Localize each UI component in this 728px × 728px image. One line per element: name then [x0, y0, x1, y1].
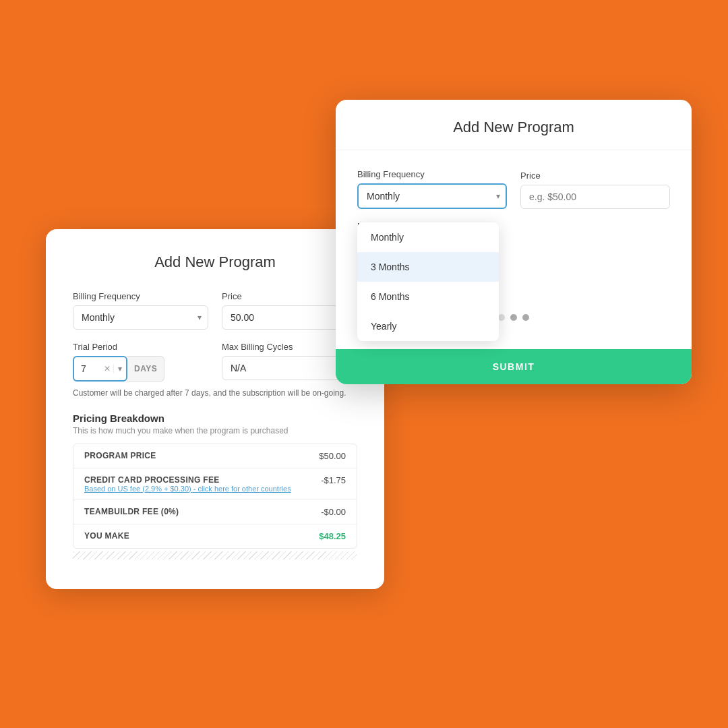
back-trial-clear-icon[interactable]: ✕	[101, 364, 113, 373]
back-trial-label: Trial Period	[73, 342, 208, 352]
front-price-input[interactable]	[520, 185, 670, 209]
back-billing-frequency-group: Billing Frequency Monthly 3 Months 6 Mon…	[73, 291, 208, 330]
pricing-label: TEAMBUILDR FEE (0%)	[84, 507, 179, 517]
back-pricing-subtitle: This is how much you make when the progr…	[73, 426, 357, 435]
back-trial-input-group: ✕ ▾	[73, 356, 127, 382]
dot-1	[498, 314, 505, 321]
front-price-group: Price	[520, 171, 670, 209]
back-pricing-title: Pricing Breakdown	[73, 413, 357, 424]
back-trial-chevron-icon[interactable]: ▾	[113, 364, 126, 373]
pricing-value: -$1.75	[321, 475, 346, 493]
front-card-title: Add New Program	[357, 119, 670, 136]
pricing-value: $48.25	[319, 531, 346, 541]
billing-frequency-dropdown: Monthly 3 Months 6 Months Yearly	[357, 222, 499, 341]
back-trial-input[interactable]	[74, 363, 101, 374]
front-billing-select[interactable]: Monthly 3 Months 6 Months Yearly	[357, 183, 507, 209]
table-row: CREDIT CARD PROCESSING FEE Based on US f…	[73, 468, 357, 500]
table-row: YOU MAKE $48.25	[73, 524, 357, 548]
back-pricing-table: PROGRAM PRICE $50.00 CREDIT CARD PROCESS…	[73, 444, 357, 549]
pricing-label: CREDIT CARD PROCESSING FEE Based on US f…	[84, 475, 291, 493]
table-row: PROGRAM PRICE $50.00	[73, 444, 357, 468]
dot-3	[522, 314, 529, 321]
back-billing-label: Billing Frequency	[73, 291, 208, 301]
pricing-label: YOU MAKE	[84, 531, 129, 541]
back-pricing-breakdown: Pricing Breakdown This is how much you m…	[73, 413, 357, 559]
front-billing-wrapper: Monthly 3 Months 6 Months Yearly ▾	[357, 183, 507, 209]
pricing-value: $50.00	[319, 451, 346, 461]
back-form-row-1: Billing Frequency Monthly 3 Months 6 Mon…	[73, 291, 357, 330]
front-form-row-1: Billing Frequency Monthly 3 Months 6 Mon…	[357, 169, 670, 209]
dropdown-item-yearly[interactable]: Yearly	[357, 311, 499, 341]
pricing-label: PROGRAM PRICE	[84, 451, 156, 461]
table-row: TEAMBUILDR FEE (0%) -$0.00	[73, 500, 357, 524]
back-billing-select-wrapper: Monthly 3 Months 6 Months Yearly ▾	[73, 305, 208, 330]
front-price-label: Price	[520, 171, 670, 181]
back-trial-row: Trial Period ✕ ▾ DAYS Max Billing Cycles…	[73, 342, 357, 382]
back-trial-period-group: Trial Period ✕ ▾ DAYS	[73, 342, 208, 382]
front-billing-label: Billing Frequency	[357, 169, 507, 179]
zigzag-decoration	[73, 551, 357, 559]
front-billing-group: Billing Frequency Monthly 3 Months 6 Mon…	[357, 169, 507, 209]
back-card: Add New Program Billing Frequency Monthl…	[46, 229, 384, 589]
dot-2	[510, 314, 517, 321]
back-hint-text: Customer will be charged after 7 days, a…	[73, 387, 357, 399]
back-days-label: DAYS	[127, 356, 164, 382]
dropdown-item-3months[interactable]: 3 Months	[357, 252, 499, 282]
dropdown-item-monthly[interactable]: Monthly	[357, 222, 499, 252]
back-billing-select[interactable]: Monthly 3 Months 6 Months Yearly	[73, 305, 208, 330]
submit-button[interactable]: SUBMIT	[336, 349, 692, 384]
dropdown-item-6months[interactable]: 6 Months	[357, 282, 499, 311]
front-card-header: Add New Program	[336, 100, 692, 150]
pricing-value: -$0.00	[321, 507, 346, 517]
back-card-title: Add New Program	[73, 253, 357, 271]
